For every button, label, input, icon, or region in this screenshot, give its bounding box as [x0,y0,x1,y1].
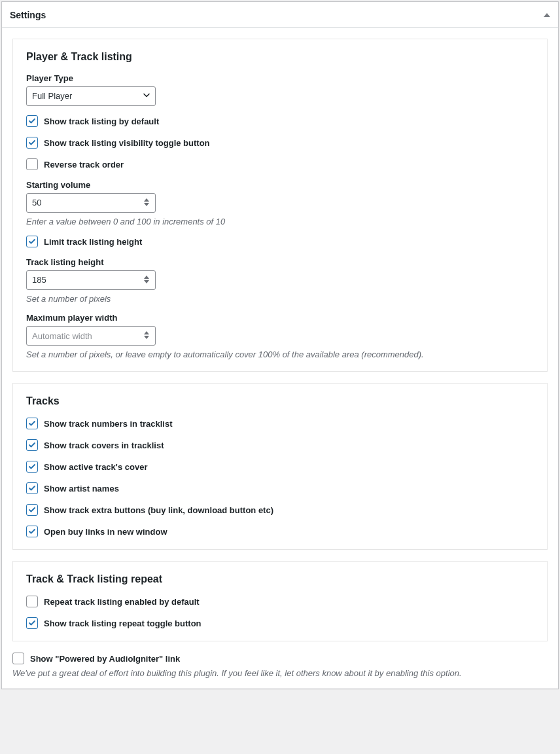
checkbox-show-toggle-button: Show track listing visibility toggle but… [26,137,534,149]
starting-volume-description: Enter a value between 0 and 100 in incre… [26,217,534,226]
check-icon [28,139,36,147]
checkbox-input[interactable] [26,236,38,247]
listing-height-label: Track listing height [26,257,534,267]
panel-title: Track & Track listing repeat [26,573,534,585]
metabox-title: Settings [10,10,46,20]
field-starting-volume: Starting volume 50 Enter a value between… [26,180,534,226]
checkbox-new-window: Open buy links in new window [26,526,534,537]
checkbox-input[interactable] [26,137,38,149]
starting-volume-input-wrap: 50 [26,193,156,213]
panel-repeat: Track & Track listing repeat Repeat trac… [12,561,548,641]
checkbox-input[interactable] [26,526,38,537]
max-width-input-wrap [26,326,156,346]
checkbox-label[interactable]: Show track extra buttons (buy link, down… [44,505,273,515]
listing-height-input[interactable]: 185 [26,270,156,290]
check-icon [28,117,36,125]
panel-player-track-listing: Player & Track listing Player Type Full … [12,39,548,372]
checkbox-label[interactable]: Show track listing by default [44,117,159,126]
panel-title: Tracks [26,395,534,407]
panel-tracks: Tracks Show track numbers in tracklist S… [12,383,548,550]
checkbox-input[interactable] [26,504,38,516]
listing-height-description: Set a number of pixels [26,294,534,304]
checkbox-input[interactable] [26,461,38,473]
powered-by-description: We've put a great deal of effort into bu… [12,668,548,678]
metabox-body: Player & Track listing Player Type Full … [2,28,558,689]
settings-metabox: Settings Player & Track listing Player T… [1,1,559,689]
checkbox-label[interactable]: Open buy links in new window [44,527,167,537]
checkbox-input[interactable] [26,596,38,607]
checkbox-repeat-toggle: Show track listing repeat toggle button [26,617,534,629]
panel-title: Player & Track listing [26,51,534,63]
checkbox-label[interactable]: Show track covers in tracklist [44,440,164,450]
checkbox-label[interactable]: Reverse track order [44,160,124,170]
metabox-header[interactable]: Settings [2,2,558,28]
starting-volume-input[interactable]: 50 [26,193,156,213]
field-player-type: Player Type Full Player [26,73,534,106]
checkbox-extra-buttons: Show track extra buttons (buy link, down… [26,504,534,516]
check-icon [28,441,36,449]
checkbox-artist-names: Show artist names [26,482,534,494]
check-icon [28,506,36,514]
checkbox-input[interactable] [26,617,38,629]
starting-volume-label: Starting volume [26,180,534,190]
checkbox-powered-by: Show "Powered by AudioIgniter" link [12,653,548,664]
checkbox-limit-height: Limit track listing height [26,236,534,247]
player-type-select[interactable]: Full Player [26,86,156,106]
checkbox-reverse-order: Reverse track order [26,158,534,170]
player-type-select-wrap: Full Player [26,86,156,106]
checkbox-label[interactable]: Repeat track listing enabled by default [44,597,200,607]
check-icon [28,619,36,627]
max-width-input[interactable] [26,326,156,346]
field-max-width: Maximum player width Set a number of pix… [26,313,534,359]
check-icon [28,238,36,245]
checkbox-track-numbers: Show track numbers in tracklist [26,418,534,429]
checkbox-input[interactable] [26,418,38,429]
checkbox-label[interactable]: Show artist names [44,484,119,494]
max-width-label: Maximum player width [26,313,534,323]
checkbox-input[interactable] [12,653,24,664]
checkbox-label[interactable]: Show active track's cover [44,462,147,472]
checkbox-active-cover: Show active track's cover [26,461,534,473]
checkbox-repeat-default: Repeat track listing enabled by default [26,596,534,607]
checkbox-input[interactable] [26,158,38,170]
checkbox-track-covers: Show track covers in tracklist [26,439,534,451]
field-listing-height: Track listing height 185 Set a number of… [26,257,534,304]
checkbox-label[interactable]: Show track listing repeat toggle button [44,619,201,628]
listing-height-input-wrap: 185 [26,270,156,290]
check-icon [28,484,36,492]
checkbox-input[interactable] [26,439,38,451]
max-width-description: Set a number of pixels, or leave empty t… [26,350,534,359]
checkbox-label[interactable]: Limit track listing height [44,237,142,247]
check-icon [28,420,36,427]
checkbox-input[interactable] [26,115,38,127]
check-icon [28,528,36,535]
checkbox-label[interactable]: Show "Powered by AudioIgniter" link [30,654,180,664]
player-type-label: Player Type [26,73,534,83]
checkbox-input[interactable] [26,482,38,494]
check-icon [28,463,36,471]
checkbox-show-track-listing: Show track listing by default [26,115,534,127]
checkbox-label[interactable]: Show track listing visibility toggle but… [44,138,210,148]
collapse-up-icon[interactable] [544,13,550,17]
checkbox-label[interactable]: Show track numbers in tracklist [44,419,173,429]
